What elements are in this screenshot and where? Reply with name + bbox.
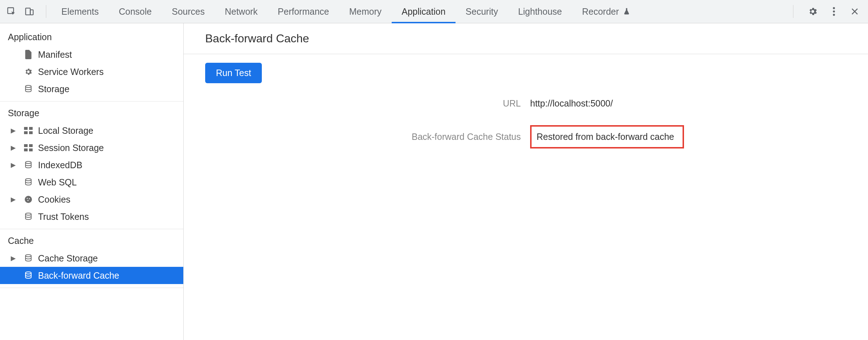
sidebar-item-session-storage[interactable]: ▶ Session Storage bbox=[0, 139, 183, 156]
tab-label: Lighthouse bbox=[518, 6, 562, 17]
svg-point-5 bbox=[833, 14, 835, 16]
devtools-tabstrip: Elements Console Sources Network Perform… bbox=[0, 0, 868, 23]
tab-label: Elements bbox=[61, 6, 99, 17]
tab-label: Recorder bbox=[582, 6, 619, 17]
database-icon bbox=[22, 212, 34, 221]
svg-rect-7 bbox=[24, 127, 28, 130]
svg-point-22 bbox=[25, 255, 31, 257]
inspect-icon[interactable] bbox=[6, 6, 16, 16]
tab-label: Performance bbox=[278, 6, 329, 17]
svg-rect-10 bbox=[29, 131, 33, 134]
svg-point-23 bbox=[25, 272, 31, 274]
cookie-icon bbox=[22, 195, 34, 204]
sidebar-item-label: Storage bbox=[38, 84, 70, 94]
tab-application[interactable]: Application bbox=[392, 0, 456, 23]
section-title-cache: Cache bbox=[0, 229, 183, 250]
section-title-storage: Storage bbox=[0, 101, 183, 122]
svg-rect-2 bbox=[30, 10, 33, 15]
tab-security[interactable]: Security bbox=[456, 0, 508, 23]
sidebar-item-service-workers[interactable]: Service Workers bbox=[0, 63, 183, 80]
flask-icon bbox=[623, 8, 631, 15]
sidebar-item-label: Back-forward Cache bbox=[38, 270, 119, 281]
tab-sources[interactable]: Sources bbox=[162, 0, 215, 23]
sidebar-item-cookies[interactable]: ▶ Cookies bbox=[0, 191, 183, 208]
bfcache-status-value: Restored from back-forward cache bbox=[530, 125, 684, 148]
sidebar-item-storage[interactable]: Storage bbox=[0, 80, 183, 98]
section-title-application: Application bbox=[0, 23, 183, 46]
svg-point-17 bbox=[25, 196, 32, 203]
database-icon bbox=[22, 85, 34, 93]
sidebar-item-indexeddb[interactable]: ▶ IndexedDB bbox=[0, 156, 183, 174]
tab-label: Security bbox=[466, 6, 498, 17]
tabstrip-divider bbox=[46, 5, 46, 18]
application-sidebar: Application Manifest Service Workers Sto… bbox=[0, 23, 184, 340]
tab-lighthouse[interactable]: Lighthouse bbox=[508, 0, 572, 23]
svg-point-3 bbox=[833, 7, 835, 9]
expand-icon[interactable]: ▶ bbox=[11, 195, 19, 203]
sidebar-item-label: Local Storage bbox=[38, 126, 93, 136]
sidebar-item-cache-storage[interactable]: ▶ Cache Storage bbox=[0, 250, 183, 267]
url-value: http://localhost:5000/ bbox=[530, 98, 868, 109]
kebab-icon[interactable] bbox=[832, 6, 836, 16]
sidebar-item-label: Web SQL bbox=[38, 177, 77, 188]
expand-icon[interactable]: ▶ bbox=[11, 254, 19, 262]
expand-icon[interactable]: ▶ bbox=[11, 127, 19, 134]
sidebar-item-trust-tokens[interactable]: Trust Tokens bbox=[0, 208, 183, 225]
run-test-button[interactable]: Run Test bbox=[205, 63, 262, 83]
database-icon bbox=[22, 271, 34, 280]
bfcache-status-label: Back-forward Cache Status bbox=[412, 132, 521, 142]
svg-rect-9 bbox=[24, 131, 28, 134]
table-icon bbox=[22, 144, 34, 151]
expand-icon[interactable]: ▶ bbox=[11, 144, 19, 152]
svg-rect-1 bbox=[26, 8, 30, 15]
bfcache-panel: Back-forward Cache Run Test URL http://l… bbox=[184, 23, 868, 340]
sidebar-divider bbox=[0, 288, 183, 288]
svg-rect-13 bbox=[24, 148, 28, 151]
url-label: URL bbox=[503, 98, 521, 109]
sidebar-item-label: Session Storage bbox=[38, 143, 104, 153]
database-icon bbox=[22, 161, 34, 169]
tab-label: Application bbox=[402, 6, 445, 17]
svg-point-19 bbox=[29, 198, 30, 199]
svg-point-16 bbox=[25, 179, 31, 181]
tab-memory[interactable]: Memory bbox=[339, 0, 391, 23]
tab-console[interactable]: Console bbox=[109, 0, 162, 23]
database-icon bbox=[22, 254, 34, 263]
tab-performance[interactable]: Performance bbox=[268, 0, 339, 23]
file-icon bbox=[22, 50, 34, 59]
sidebar-item-label: Trust Tokens bbox=[38, 212, 89, 222]
svg-rect-8 bbox=[29, 127, 33, 130]
gear-icon bbox=[22, 67, 34, 76]
sidebar-item-label: IndexedDB bbox=[38, 160, 82, 170]
device-toggle-icon[interactable] bbox=[24, 6, 34, 16]
sidebar-item-label: Manifest bbox=[38, 49, 72, 60]
tabstrip-divider bbox=[793, 5, 793, 18]
tab-recorder[interactable]: Recorder bbox=[572, 0, 641, 23]
svg-point-21 bbox=[25, 213, 31, 215]
svg-point-18 bbox=[27, 198, 28, 199]
expand-icon[interactable]: ▶ bbox=[11, 161, 19, 169]
svg-point-6 bbox=[25, 85, 31, 88]
svg-rect-14 bbox=[29, 148, 33, 151]
tab-elements[interactable]: Elements bbox=[51, 0, 109, 23]
svg-point-20 bbox=[27, 200, 28, 201]
devtools-tabs: Elements Console Sources Network Perform… bbox=[51, 0, 641, 23]
sidebar-item-websql[interactable]: Web SQL bbox=[0, 174, 183, 191]
sidebar-item-local-storage[interactable]: ▶ Local Storage bbox=[0, 122, 183, 139]
database-icon bbox=[22, 178, 34, 186]
gear-icon[interactable] bbox=[808, 6, 818, 16]
sidebar-item-label: Cookies bbox=[38, 194, 70, 205]
tab-label: Sources bbox=[172, 6, 205, 17]
tab-network[interactable]: Network bbox=[215, 0, 268, 23]
close-icon[interactable] bbox=[850, 7, 859, 16]
sidebar-item-label: Service Workers bbox=[38, 67, 104, 77]
svg-rect-11 bbox=[24, 144, 28, 147]
table-icon bbox=[22, 127, 34, 134]
tab-label: Memory bbox=[349, 6, 381, 17]
sidebar-item-manifest[interactable]: Manifest bbox=[0, 46, 183, 63]
svg-point-15 bbox=[25, 161, 31, 164]
page-title: Back-forward Cache bbox=[184, 32, 868, 54]
sidebar-item-back-forward-cache[interactable]: Back-forward Cache bbox=[0, 267, 183, 284]
tab-label: Console bbox=[119, 6, 152, 17]
svg-point-4 bbox=[833, 10, 835, 13]
